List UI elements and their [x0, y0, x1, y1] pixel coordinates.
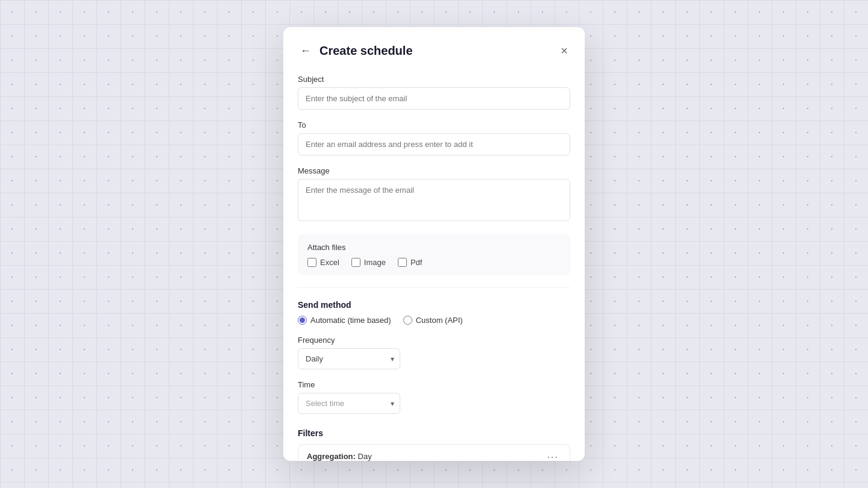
radio-item-automatic[interactable]: Automatic (time based)	[298, 316, 391, 325]
message-input[interactable]	[298, 179, 570, 221]
to-label: To	[298, 120, 570, 130]
to-input[interactable]	[298, 133, 570, 155]
message-label: Message	[298, 166, 570, 175]
frequency-select-wrapper: Daily Weekly Monthly ▾	[298, 348, 400, 369]
image-checkbox[interactable]	[351, 258, 360, 267]
time-select[interactable]: Select time 12:00 AM 6:00 AM 9:00 AM 12:…	[298, 393, 400, 414]
filters-section: Filters Aggregation: Day Date filter: Ma…	[298, 428, 570, 461]
frequency-select[interactable]: Daily Weekly Monthly	[298, 348, 400, 369]
send-method-section: Send method Automatic (time based) Custo…	[298, 300, 570, 325]
excel-checkbox[interactable]	[307, 258, 316, 267]
to-section: To	[298, 120, 570, 155]
radio-item-custom[interactable]: Custom (API)	[403, 316, 463, 325]
divider	[298, 287, 570, 288]
time-select-wrapper: Select time 12:00 AM 6:00 AM 9:00 AM 12:…	[298, 393, 400, 414]
modal-header: ← Create schedule ×	[283, 27, 585, 70]
custom-radio[interactable]	[403, 316, 412, 325]
close-button[interactable]: ×	[558, 42, 570, 60]
subject-label: Subject	[298, 75, 570, 84]
filter-info: Aggregation: Day Date filter: May 31, 20…	[307, 452, 545, 461]
time-label: Time	[298, 380, 570, 389]
pdf-checkbox[interactable]	[398, 258, 407, 267]
aggregation-label: Aggregation:	[307, 452, 356, 461]
subject-input[interactable]	[298, 87, 570, 110]
send-method-title: Send method	[298, 300, 570, 310]
automatic-radio[interactable]	[298, 316, 307, 325]
subject-section: Subject	[298, 75, 570, 110]
custom-label: Custom (API)	[416, 316, 463, 325]
time-section: Time Select time 12:00 AM 6:00 AM 9:00 A…	[298, 380, 570, 414]
automatic-label: Automatic (time based)	[310, 316, 391, 325]
filter-aggregation: Aggregation: Day	[307, 452, 545, 461]
attach-files-section: Attach files Excel Image Pdf	[298, 234, 570, 275]
modal-overlay: ← Create schedule × Subject To Message	[0, 0, 868, 488]
message-section: Message	[298, 166, 570, 224]
pdf-label: Pdf	[410, 258, 423, 267]
filter-menu-button[interactable]: ···	[545, 452, 561, 461]
title-group: ← Create schedule	[298, 43, 413, 58]
checkbox-item-image[interactable]: Image	[351, 258, 386, 267]
aggregation-value: Day	[358, 452, 372, 461]
filter-card: Aggregation: Day Date filter: May 31, 20…	[298, 444, 570, 461]
frequency-section: Frequency Daily Weekly Monthly ▾	[298, 336, 570, 369]
modal-body: Subject To Message Attach files Excel	[283, 70, 585, 461]
frequency-label: Frequency	[298, 336, 570, 345]
image-label: Image	[364, 258, 386, 267]
checkbox-item-excel[interactable]: Excel	[307, 258, 339, 267]
attach-files-label: Attach files	[307, 243, 561, 252]
radio-group: Automatic (time based) Custom (API)	[298, 316, 570, 325]
checkbox-group: Excel Image Pdf	[307, 258, 561, 267]
filters-title: Filters	[298, 428, 570, 438]
create-schedule-modal: ← Create schedule × Subject To Message	[283, 27, 585, 461]
excel-label: Excel	[320, 258, 339, 267]
checkbox-item-pdf[interactable]: Pdf	[398, 258, 423, 267]
modal-title: Create schedule	[319, 44, 413, 58]
back-button[interactable]: ←	[298, 43, 313, 58]
